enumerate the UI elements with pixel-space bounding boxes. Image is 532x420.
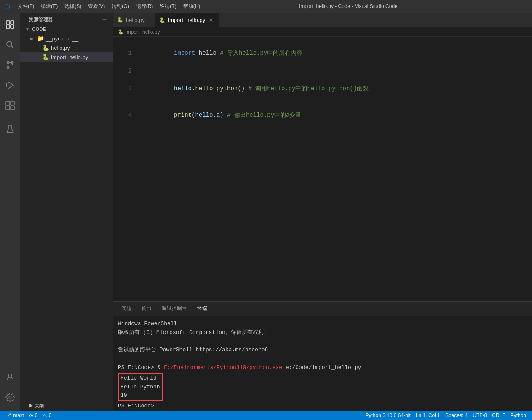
sidebar: 资源管理器 ··· ▼ CODE ▶ 📁 __pycache__ 🐍 hello…: [20, 13, 113, 411]
status-python[interactable]: Python 3.10.0 64-bit: [363, 412, 413, 418]
menu-help[interactable]: 帮助(H): [181, 2, 203, 11]
sidebar-more-button[interactable]: ···: [102, 16, 108, 23]
search-activity-icon[interactable]: [0, 35, 20, 55]
breadcrumb-icon: 🐍: [118, 29, 124, 35]
folder-icon: 📁: [37, 35, 44, 42]
activity-bar: [0, 13, 20, 411]
account-activity-icon[interactable]: [0, 367, 20, 387]
terminal-content[interactable]: Windows PowerShell 版权所有 (C) Microsoft Co…: [113, 316, 532, 411]
status-bar: ⎇ main ⊗ 0 ⚠ 0 Python 3.10.0 64-bit Ln 1…: [0, 411, 532, 420]
code-line-4: 4 print(hello.a) # 输出hello.py中的a变量: [113, 102, 532, 129]
extensions-activity-icon[interactable]: [0, 95, 20, 116]
code-editor[interactable]: 1 import hello # 导入hello.py中的所有内容 2 3 he…: [113, 37, 532, 301]
outline-label: 大纲: [35, 403, 44, 408]
status-branch[interactable]: ⎇ main: [3, 412, 27, 418]
panel-tab-problems[interactable]: 问题: [116, 303, 136, 314]
panel-tab-terminal[interactable]: 终端: [192, 303, 212, 314]
terminal-final-prompt: PS E:\Code>: [118, 402, 527, 411]
var-hello: hello: [174, 85, 192, 92]
pycache-arrow-icon: ▶: [30, 36, 37, 41]
arrow-down-icon: ▶: [29, 403, 35, 408]
code-space: hello: [195, 50, 220, 57]
main-layout: 资源管理器 ··· ▼ CODE ▶ 📁 __pycache__ 🐍 hello…: [0, 13, 532, 411]
status-errors[interactable]: ⊗ 0: [27, 412, 40, 418]
terminal-exe: E:/Environments/Python310/python.exe: [164, 364, 282, 371]
activity-bar-bottom: [0, 367, 20, 407]
menu-terminal[interactable]: 终端(T): [157, 2, 179, 11]
op-paren-close: ): [220, 112, 223, 118]
editor-area: 🐍 hello.py 🐍 import_hello.py ✕ 🐍 import_…: [113, 13, 532, 411]
menu-run[interactable]: 运行(R): [134, 2, 156, 11]
tabs-bar: 🐍 hello.py 🐍 import_hello.py ✕: [113, 13, 532, 27]
svg-point-15: [8, 374, 11, 377]
tab-hello-py-icon: 🐍: [117, 17, 123, 23]
sidebar-title: 资源管理器: [29, 16, 53, 23]
menu-edit[interactable]: 编辑(E): [38, 2, 60, 11]
svg-line-5: [11, 46, 14, 48]
svg-point-6: [7, 67, 9, 69]
sidebar-outline[interactable]: ▶ 大纲: [20, 401, 113, 411]
status-spaces[interactable]: Spaces: 4: [443, 412, 470, 418]
run-debug-activity-icon[interactable]: [0, 75, 20, 95]
source-control-activity-icon[interactable]: [0, 55, 20, 75]
svg-rect-13: [6, 106, 10, 110]
comment-4: # 输出hello.py中的a变量: [224, 112, 302, 118]
panel-tab-output[interactable]: 输出: [136, 303, 157, 314]
terminal-empty-line-2: [118, 355, 527, 363]
svg-rect-1: [11, 21, 14, 24]
code-content-4: print(hello.a) # 输出hello.py中的a变量: [139, 102, 302, 129]
comment-1: # 导入hello.py中的所有内容: [220, 50, 302, 57]
breadcrumb-text: import_hello.py: [126, 29, 160, 35]
status-warnings[interactable]: ⚠ 0: [40, 412, 54, 418]
comment-3: # 调用hello.py中的hello_python()函数: [245, 85, 369, 92]
panel-tab-debug[interactable]: 调试控制台: [157, 303, 192, 314]
tab-import-hello-py[interactable]: 🐍 import_hello.py ✕: [155, 13, 219, 27]
terminal-copyright: 版权所有 (C) Microsoft Corporation。保留所有权利。: [118, 328, 527, 337]
explorer-activity-icon[interactable]: [0, 14, 20, 35]
terminal-out-3: 10: [120, 391, 160, 400]
vscode-logo-icon: ⬡: [4, 3, 10, 11]
status-ln-col[interactable]: Ln 1, Col 1: [413, 412, 443, 418]
menu-file[interactable]: 文件(F): [15, 2, 37, 11]
tab-hello-py[interactable]: 🐍 hello.py: [113, 13, 155, 27]
title-bar-left: ⬡ 文件(F) 编辑(E) 选择(S) 查看(V) 转到(G) 运行(R) 终端…: [4, 2, 203, 11]
terminal-output-block: Hello World Hello Python 10: [118, 372, 527, 402]
svg-point-16: [9, 396, 11, 398]
fn-print: print: [174, 112, 192, 118]
line-number-1: 1: [117, 49, 132, 58]
import-hello-label: import_hello.py: [51, 54, 88, 60]
svg-point-4: [7, 41, 12, 46]
title-bar: ⬡ 文件(F) 编辑(E) 选择(S) 查看(V) 转到(G) 运行(R) 终端…: [0, 0, 532, 13]
status-encoding[interactable]: UTF-8: [470, 412, 489, 418]
sidebar-item-code[interactable]: ▼ CODE: [20, 24, 113, 34]
svg-rect-3: [11, 25, 14, 28]
terminal-prompt: PS E:\Code> &: [118, 364, 164, 371]
sidebar-header: 资源管理器 ···: [20, 13, 113, 24]
sidebar-item-import-hello-py[interactable]: 🐍 import_hello.py: [20, 52, 113, 62]
fn-hello-python: hello_python: [195, 85, 238, 92]
code-content-3: hello.hello_python() # 调用hello.py中的hello…: [139, 75, 369, 102]
menu-goto[interactable]: 转到(G): [109, 2, 131, 11]
sidebar-item-hello-py[interactable]: 🐍 hello.py: [20, 43, 113, 52]
tab-close-button[interactable]: ✕: [208, 17, 214, 24]
line-number-3: 3: [117, 84, 132, 93]
status-line-ending[interactable]: CRLF: [489, 412, 508, 418]
terminal-out-1: Hello World: [120, 374, 160, 383]
pycache-label: __pycache__: [46, 35, 78, 42]
svg-rect-12: [11, 101, 14, 105]
keyword-import: import: [174, 50, 195, 57]
menu-view[interactable]: 查看(V): [86, 2, 107, 11]
terminal-try-new: 尝试新的跨平台 PowerShell https://aka.ms/pscore…: [118, 346, 527, 355]
breadcrumb: 🐍 import_hello.py: [113, 27, 532, 37]
arrow-icon: ▼: [25, 27, 32, 32]
code-line-1: 1 import hello # 导入hello.py中的所有内容: [113, 40, 532, 67]
menu-select[interactable]: 选择(S): [62, 2, 84, 11]
op-parens-1: (): [238, 85, 245, 92]
svg-rect-0: [6, 21, 10, 24]
status-language[interactable]: Python: [508, 412, 529, 418]
terminal-empty-line: [118, 337, 527, 346]
line-number-2: 2: [117, 67, 132, 75]
sidebar-item-pycache[interactable]: ▶ 📁 __pycache__: [20, 34, 113, 43]
flask-activity-icon[interactable]: [0, 119, 20, 139]
settings-activity-icon[interactable]: [0, 387, 20, 407]
